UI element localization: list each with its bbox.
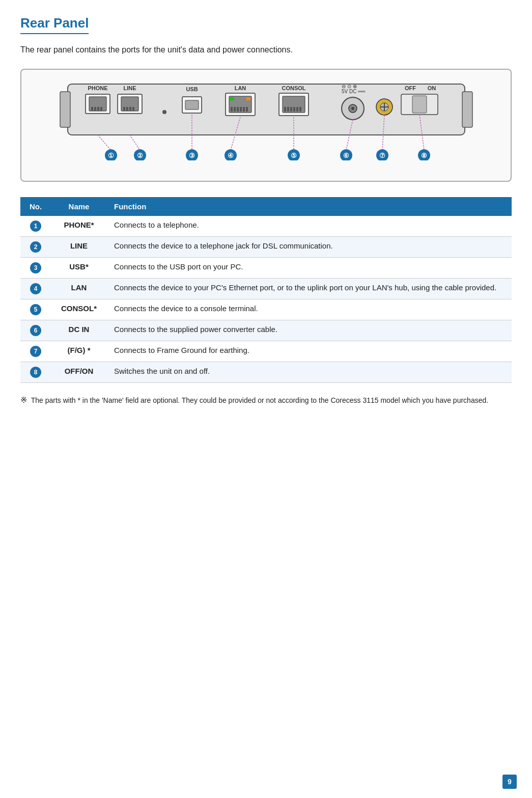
- svg-rect-40: [299, 107, 301, 112]
- rear-panel-diagram: PHONE LINE USB LAN: [20, 69, 512, 182]
- cell-name: LAN: [51, 279, 107, 299]
- svg-text:CONSOL: CONSOL: [282, 85, 305, 91]
- cell-name: USB*: [51, 258, 107, 279]
- footnote-symbol: ※: [20, 396, 27, 404]
- svg-rect-53: [412, 96, 427, 113]
- table-row: 3USB*Connects to the USB port on your PC…: [20, 258, 512, 279]
- svg-text:⑥: ⑥: [343, 152, 349, 159]
- page-number: 9: [502, 775, 517, 789]
- cell-number: 4: [20, 279, 51, 299]
- table-header: No. Name Function: [20, 197, 512, 216]
- svg-rect-8: [97, 107, 99, 111]
- svg-text:⑤: ⑤: [291, 152, 297, 159]
- cell-function: Connects the device to a telephone jack …: [107, 237, 512, 258]
- cell-function: Connects to Frame Ground for earthing.: [107, 341, 512, 362]
- table-body: 1PHONE*Connects to a telephone.2LINEConn…: [20, 216, 512, 383]
- table-row: 2LINEConnects the device to a telephone …: [20, 237, 512, 258]
- svg-rect-19: [185, 100, 199, 109]
- panel-svg: PHONE LINE USB LAN: [58, 79, 475, 160]
- cell-name: OFF/ON: [51, 362, 107, 383]
- svg-rect-30: [243, 107, 245, 112]
- table-row: 5CONSOL*Connects the device to a console…: [20, 299, 512, 320]
- cell-number: 1: [20, 216, 51, 237]
- svg-text:②: ②: [137, 152, 143, 159]
- svg-rect-27: [234, 107, 236, 112]
- table-row: 1PHONE*Connects to a telephone.: [20, 216, 512, 237]
- table-row: 4LANConnects the device to your PC's Eth…: [20, 279, 512, 299]
- svg-rect-2: [462, 92, 472, 127]
- svg-text:LINE: LINE: [123, 85, 136, 91]
- table-row: 8OFF/ONSwitches the unit on and off.: [20, 362, 512, 383]
- cell-name: LINE: [51, 237, 107, 258]
- svg-text:⑧: ⑧: [421, 152, 427, 159]
- svg-rect-26: [231, 107, 233, 112]
- svg-rect-24: [230, 97, 234, 100]
- svg-text:PHONE: PHONE: [88, 85, 107, 91]
- svg-rect-39: [296, 107, 298, 112]
- svg-rect-37: [290, 107, 292, 112]
- port-info-table: No. Name Function 1PHONE*Connects to a t…: [20, 197, 512, 383]
- svg-rect-28: [237, 107, 239, 112]
- svg-line-54: [98, 135, 111, 150]
- cell-function: Connects to the USB port on your PC.: [107, 258, 512, 279]
- svg-rect-29: [240, 107, 242, 112]
- svg-text:OFF: OFF: [405, 85, 416, 91]
- table-row: 7(F/G) *Connects to Frame Ground for ear…: [20, 341, 512, 362]
- cell-name: (F/G) *: [51, 341, 107, 362]
- svg-rect-16: [132, 107, 134, 111]
- cell-number: 2: [20, 237, 51, 258]
- svg-rect-35: [284, 107, 286, 112]
- svg-text:⑦: ⑦: [379, 152, 385, 159]
- cell-function: Connects the device to a console termina…: [107, 299, 512, 320]
- svg-text:USB: USB: [186, 86, 198, 92]
- svg-rect-1: [60, 92, 70, 127]
- svg-text:5V DC ══: 5V DC ══: [342, 89, 366, 94]
- cell-name: DC IN: [51, 320, 107, 341]
- page-title: Rear Panel: [20, 15, 89, 34]
- svg-rect-9: [100, 107, 102, 111]
- svg-text:③: ③: [189, 152, 195, 159]
- svg-text:①: ①: [108, 152, 114, 159]
- cell-name: CONSOL*: [51, 299, 107, 320]
- intro-paragraph: The rear panel contains the ports for th…: [20, 45, 512, 54]
- cell-function: Connects to a telephone.: [107, 216, 512, 237]
- svg-rect-14: [126, 107, 128, 111]
- cell-number: 6: [20, 320, 51, 341]
- svg-rect-25: [246, 97, 250, 100]
- svg-rect-31: [246, 107, 248, 112]
- cell-number: 5: [20, 299, 51, 320]
- svg-line-55: [130, 135, 140, 150]
- svg-rect-36: [287, 107, 289, 112]
- cell-function: Connects the device to your PC's Etherne…: [107, 279, 512, 299]
- svg-rect-7: [94, 107, 96, 111]
- svg-text:ON: ON: [427, 85, 436, 91]
- svg-text:④: ④: [228, 152, 234, 159]
- svg-rect-38: [293, 107, 295, 112]
- cell-number: 3: [20, 258, 51, 279]
- col-header-no: No.: [20, 197, 51, 216]
- cell-number: 7: [20, 341, 51, 362]
- col-header-name: Name: [51, 197, 107, 216]
- col-header-function: Function: [107, 197, 512, 216]
- svg-rect-15: [129, 107, 131, 111]
- svg-rect-13: [123, 107, 125, 111]
- svg-text:LAN: LAN: [234, 85, 246, 91]
- footnote: ※ The parts with * in the 'Name' field a…: [20, 394, 512, 406]
- cell-name: PHONE*: [51, 216, 107, 237]
- table-row: 6DC INConnects to the supplied power con…: [20, 320, 512, 341]
- footnote-text: The parts with * in the 'Name' field are…: [31, 396, 489, 404]
- svg-rect-6: [91, 107, 93, 111]
- cell-function: Connects to the supplied power converter…: [107, 320, 512, 341]
- cell-number: 8: [20, 362, 51, 383]
- svg-point-45: [351, 107, 354, 110]
- cell-function: Switches the unit on and off.: [107, 362, 512, 383]
- svg-point-17: [162, 110, 166, 114]
